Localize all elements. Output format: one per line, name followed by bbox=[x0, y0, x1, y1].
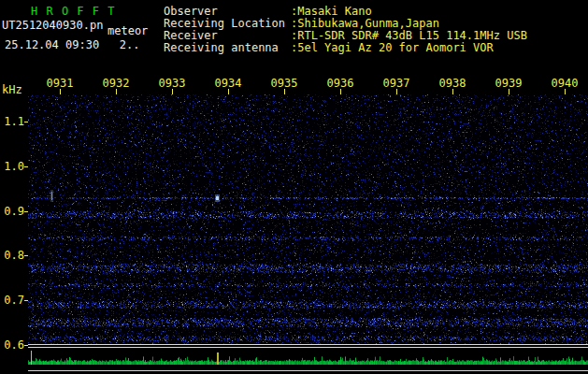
station-code: meteor bbox=[108, 25, 148, 36]
info-label-location: Receiving Location bbox=[164, 18, 285, 29]
info-value-antenna: :5el Yagi Az 20 for Aomori VOR bbox=[291, 42, 494, 53]
y-tick-label: 0.8 bbox=[2, 250, 24, 261]
hrofft-window: H R O F F T UT2512040930.pn meteor 25.12… bbox=[0, 0, 588, 374]
x-tick-label: 0934 bbox=[214, 78, 242, 89]
app-title: H R O F F T bbox=[31, 6, 115, 17]
y-tick-label: 0.6 bbox=[2, 339, 24, 351]
x-tick-label: 0937 bbox=[382, 78, 410, 89]
x-tick-label: 0938 bbox=[438, 78, 466, 89]
y-tick-label: 1.1 bbox=[2, 116, 24, 127]
divider-line-upper bbox=[28, 344, 588, 345]
y-tick-mark bbox=[24, 345, 28, 346]
y-axis-unit-label: kHz bbox=[2, 84, 22, 95]
info-label-antenna: Receiving antenna bbox=[164, 42, 279, 53]
y-tick-label: 1.0 bbox=[2, 161, 24, 172]
x-tick-label: 0935 bbox=[270, 78, 298, 89]
info-value-location: :Shibukawa,Gunma,Japan bbox=[291, 18, 439, 29]
x-tick-label: 0933 bbox=[158, 78, 186, 89]
x-tick-label: 0936 bbox=[326, 78, 354, 89]
y-tick-label: 0.7 bbox=[2, 295, 24, 306]
x-tick-label: 0931 bbox=[46, 78, 74, 89]
bottom-border-line bbox=[28, 370, 588, 371]
info-value-receiver: :RTL-SDR SDR# 43dB L15 114.1MHz USB bbox=[291, 30, 527, 41]
info-label-receiver: Receiver bbox=[164, 30, 218, 41]
output-filename: UT2512040930.pn bbox=[2, 20, 103, 31]
info-value-observer: :Masaki Kano bbox=[291, 6, 372, 17]
y-tick-label: 0.9 bbox=[2, 206, 24, 217]
signal-level-strip bbox=[28, 348, 588, 369]
spectrogram-canvas bbox=[28, 94, 588, 344]
info-label-observer: Observer bbox=[164, 6, 218, 17]
datetime-line: 25.12.04 09:30 2.. bbox=[5, 39, 140, 50]
x-tick-label: 0939 bbox=[495, 78, 523, 89]
x-tick-label: 0940 bbox=[551, 78, 579, 89]
x-tick-label: 0932 bbox=[102, 78, 130, 89]
